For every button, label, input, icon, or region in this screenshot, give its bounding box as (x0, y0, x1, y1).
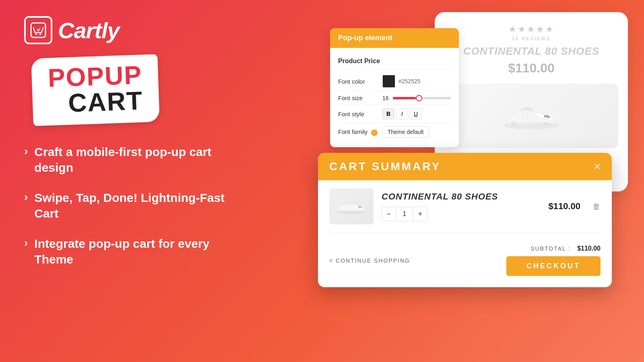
font-size-value: 16 (382, 95, 389, 101)
decrease-quantity-button[interactable]: − (382, 207, 396, 221)
reviews-text: 56 REVIEWS (444, 36, 618, 41)
chevron-icon-1: › (24, 145, 28, 158)
checkout-button[interactable]: CHECKOUT (506, 256, 601, 276)
feature-text-2: Swipe, Tap, Done! Lightning-Fast Cart (34, 190, 233, 221)
subtotal-row: SUBTOTAL : $110.00 (530, 245, 601, 252)
feature-item-3: › Integrate pop-up cart for every Theme (24, 236, 233, 267)
color-swatch[interactable] (382, 75, 395, 88)
product-stars: ★★★★★ (508, 24, 555, 34)
cart-footer: < CONTINUE SHOPPING SUBTOTAL : $110.00 C… (329, 241, 601, 279)
style-buttons: B I U (382, 108, 422, 119)
feature-item-1: › Craft a mobile-first pop-up cart desig… (24, 144, 233, 175)
subtotal-value: $110.00 (577, 245, 601, 252)
feature-text-1: Craft a mobile-first pop-up cart design (34, 144, 233, 175)
product-price-card: $110.00 (444, 61, 618, 76)
font-editor-panel: Pop-up element Product Price Font color … (330, 28, 459, 147)
panel-header: Pop-up element (330, 28, 459, 48)
feature-text-3: Integrate pop-up cart for every Theme (34, 236, 233, 267)
logo-area: Cartly (24, 16, 233, 44)
panel-body: Product Price Font color #252525 Font si… (330, 48, 459, 147)
quantity-controls: − 1 + (382, 207, 427, 221)
cart-item-row: CONTINENTAL 80 SHOES − 1 + $110.00 🗑 (329, 188, 601, 233)
chevron-icon-2: › (24, 191, 28, 204)
cart-item-image (329, 188, 374, 224)
font-style-label: Font style (338, 111, 382, 117)
bold-button[interactable]: B (382, 108, 394, 119)
italic-button[interactable]: I (396, 108, 408, 119)
delete-item-button[interactable]: 🗑 (592, 202, 601, 211)
logo-text: Cartly (58, 17, 120, 43)
font-family-label: Font family i (338, 128, 382, 136)
cart-title: CART SUMMARY (329, 160, 441, 173)
underline-button[interactable]: U (410, 108, 422, 119)
cart-item-price: $110.00 (548, 201, 580, 212)
font-style-row: Font style B I U (338, 105, 451, 123)
stars-row: ★★★★★ (444, 24, 618, 35)
theme-default-button[interactable]: Theme default (382, 126, 429, 138)
checkout-area: SUBTOTAL : $110.00 CHECKOUT (506, 245, 601, 276)
shoe-image-card (444, 84, 618, 148)
panel-header-text: Pop-up element (338, 34, 392, 42)
font-color-row: Font color #252525 (338, 72, 451, 91)
slider-thumb (416, 95, 422, 101)
font-size-label: Font size (338, 95, 382, 101)
increase-quantity-button[interactable]: + (413, 207, 427, 221)
brush-stroke: POPUP CART (31, 54, 160, 126)
font-size-row: Font size 16 (338, 91, 451, 105)
chevron-icon-3: › (24, 237, 28, 249)
subtotal-label: SUBTOTAL : (530, 245, 571, 252)
slider-fill (393, 97, 416, 99)
features-list: › Craft a mobile-first pop-up cart desig… (24, 144, 233, 267)
svg-point-2 (39, 33, 41, 35)
svg-point-1 (35, 33, 37, 35)
logo-icon (24, 16, 52, 44)
left-section: Cartly POPUP CART › Craft a mobile-first… (24, 16, 233, 282)
cart-item-details: CONTINENTAL 80 SHOES − 1 + (382, 191, 540, 221)
cart-summary-panel: CART SUMMARY × CONTI (318, 153, 612, 287)
cart-header: CART SUMMARY × (318, 153, 612, 180)
info-icon: i (371, 130, 378, 136)
panel-subheader: Product Price (338, 54, 451, 70)
hex-value: #252525 (398, 78, 421, 84)
cart-logo-svg (29, 21, 47, 39)
shoe-svg-cart (333, 192, 369, 220)
svg-point-4 (511, 122, 516, 125)
quantity-value: 1 (396, 207, 413, 221)
popup-cart-badge: POPUP CART (32, 56, 233, 124)
continue-shopping-link[interactable]: < CONTINUE SHOPPING (329, 257, 410, 264)
close-button[interactable]: × (594, 160, 601, 173)
feature-item-2: › Swipe, Tap, Done! Lightning-Fast Cart (24, 190, 233, 221)
shoe-svg-card (499, 96, 564, 136)
svg-point-5 (543, 122, 549, 125)
cart-body: CONTINENTAL 80 SHOES − 1 + $110.00 🗑 < C… (318, 180, 612, 287)
font-size-slider[interactable] (393, 97, 451, 99)
product-name-card: CONTINENTAL 80 SHOES (444, 45, 618, 58)
font-color-label: Font color (338, 78, 382, 85)
cart-item-name: CONTINENTAL 80 SHOES (382, 191, 540, 202)
font-family-row: Font family i Theme default (338, 123, 451, 141)
